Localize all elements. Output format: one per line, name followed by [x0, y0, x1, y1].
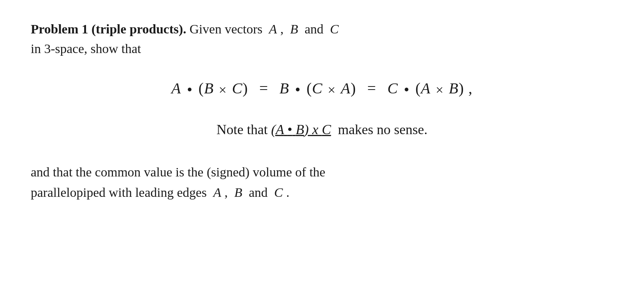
conclusion-line1: and that the common value is the (signed…: [31, 165, 325, 179]
problem-title: Problem 1 (triple products).: [31, 22, 186, 36]
conclusion-line2: parallelopiped with leading edges A , B …: [31, 185, 289, 200]
dot-operator-1: •: [187, 79, 193, 101]
conclusion-paragraph: and that the common value is the (signed…: [31, 162, 613, 203]
formula-paren3-close: ): [459, 80, 464, 97]
note-paragraph: Note that (A • B) x C makes no sense.: [31, 120, 613, 139]
formula-A2: A: [341, 80, 350, 97]
cross-operator-2: ×: [328, 80, 336, 100]
note-prefix: Note that: [217, 122, 271, 137]
note-underlined-expr: (A • B) x C: [271, 122, 331, 137]
formula-B3: B: [449, 80, 458, 97]
formula-paren1-close: ): [242, 80, 248, 97]
formula-paren1-open: (: [199, 80, 204, 97]
intro-paragraph: Problem 1 (triple products). Given vecto…: [31, 19, 613, 58]
note-suffix: makes no sense.: [331, 122, 427, 137]
formula-B1: B: [204, 80, 214, 97]
triple-product-formula: A • (B × C) = B • (C × A) = C • (A × B) …: [31, 78, 613, 101]
dot-operator-3: •: [404, 79, 410, 101]
formula-C1: C: [232, 80, 243, 97]
cross-operator-1: ×: [219, 80, 227, 100]
equals-2: =: [367, 80, 377, 97]
formula-A3: A: [421, 80, 430, 97]
formula-paren3-open: (: [415, 80, 421, 97]
formula-A1: A: [171, 80, 181, 97]
formula-C2: C: [312, 80, 323, 97]
formula-comma: ,: [464, 80, 473, 97]
dot-operator-2: •: [295, 79, 301, 101]
problem-block: Problem 1 (triple products). Given vecto…: [31, 19, 613, 203]
formula-B2: B: [279, 80, 289, 97]
formula-paren2-open: (: [307, 80, 312, 97]
cross-operator-3: ×: [436, 80, 444, 100]
formula-C3: C: [387, 80, 398, 97]
equals-1: =: [259, 80, 269, 97]
formula-paren2-close: ): [350, 80, 356, 97]
